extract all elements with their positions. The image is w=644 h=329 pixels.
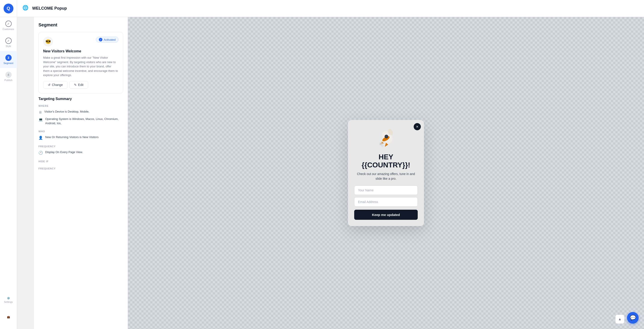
settings-icon: ⚙️ (7, 297, 10, 300)
sidebar-item-publish[interactable]: 4 Publish (0, 68, 17, 85)
popup-headline: HEY {{COUNTRY}}! (354, 153, 418, 169)
popup-subtext: Check out our amazing offers, tune in an… (354, 172, 418, 181)
main-content: Segment 😎 Activated New Visitors Welcome… (34, 17, 644, 329)
segment-description: Make a great first impression with our "… (43, 56, 118, 78)
hide-if-section: Hide if (38, 160, 123, 163)
sidebar-logo: Q (0, 0, 17, 17)
targeting-item-os: 💻 Operating System is Windows, Macos, Li… (38, 117, 123, 126)
segment-step-number: 3 (5, 55, 12, 61)
who-section: WHO 👤 New Or Returning Visitors is New V… (38, 130, 123, 141)
edit-button[interactable]: ✎ Edit (69, 81, 88, 89)
svg-point-6 (385, 135, 388, 138)
sidebar-item-customize[interactable]: ✓ Customize (0, 17, 17, 34)
popup-headline-line1: HEY (354, 153, 418, 161)
popup-headline-line2: {{COUNTRY}}! (354, 161, 418, 169)
globe-icon: 🌐 (22, 5, 30, 12)
frequency-label: FREQUENCY (38, 145, 123, 148)
sidebar-item-label-publish: Publish (4, 79, 12, 82)
sidebar: Q ✓ Customize ✓ Style 3 Segment 4 Publis… (0, 0, 17, 329)
os-icon: 💻 (38, 117, 43, 122)
panel-title: Segment (38, 22, 123, 28)
frequency-section: FREQUENCY 🕐 Display On Every Page View. (38, 145, 123, 156)
where-label: WHERE (38, 105, 123, 107)
sidebar-item-style[interactable]: ✓ Style (0, 34, 17, 51)
left-panel: Segment 😎 Activated New Visitors Welcome… (34, 17, 128, 329)
sidebar-item-label-settings: Settings (4, 300, 13, 303)
name-input[interactable] (354, 186, 418, 195)
rocket-illustration (354, 127, 418, 150)
sidebar-item-label-customize: Customize (3, 28, 14, 31)
where-section: WHERE 🖥 Visitor's Device is Desktop, Mob… (38, 105, 123, 126)
targeting-item-device-text: Visitor's Device is Desktop, Mobile, (44, 109, 90, 114)
targeting-item-os-text: Operating System is Windows, Macos, Linu… (45, 117, 123, 126)
sidebar-bottom: ⚙️ Settings 💼 (0, 291, 17, 325)
page-title: WELCOME Popup (32, 6, 67, 11)
cta-button[interactable]: Keep me updated (354, 210, 418, 220)
targeting-item-frequency-text: Display On Every Page View. (45, 150, 83, 154)
change-button[interactable]: ↺ Change (43, 81, 68, 89)
chat-button[interactable]: 💬 (627, 312, 639, 324)
topbar: 🌐 WELCOME Popup (17, 0, 644, 17)
edit-icon: ✎ (74, 83, 77, 87)
sidebar-item-settings[interactable]: ⚙️ Settings (0, 291, 17, 308)
sidebar-item-label-segment: Segment (3, 62, 13, 65)
targeting-item-device: 🖥 Visitor's Device is Desktop, Mobile, (38, 109, 123, 115)
device-icon: 🖥 (38, 110, 42, 115)
change-label: Change (52, 83, 63, 87)
targeting-item-visitor: 👤 New Or Returning Visitors is New Visit… (38, 135, 123, 141)
scroll-up-icon: ▲ (618, 317, 622, 321)
frequency2-section: FREQUENCY (38, 167, 123, 170)
preview-area: ✕ (128, 17, 644, 329)
who-label: WHO (38, 130, 123, 133)
customize-check-icon: ✓ (5, 21, 12, 27)
svg-point-9 (381, 145, 384, 147)
popup-close-button[interactable]: ✕ (414, 123, 421, 130)
chat-icon: 💬 (630, 315, 636, 321)
hide-if-label: Hide if (38, 160, 123, 163)
segment-actions: ↺ Change ✎ Edit (43, 81, 118, 89)
activated-label: Activated (104, 38, 116, 41)
sidebar-item-segment[interactable]: 3 Segment (0, 51, 17, 68)
clock-icon: 🕐 (38, 150, 43, 156)
sidebar-item-help[interactable]: 💼 (0, 308, 17, 325)
segment-card-icon: 😎 (43, 37, 53, 47)
segment-name: New Visitors Welcome (43, 49, 118, 53)
targeting-summary-title: Targeting Summary (38, 97, 123, 101)
change-icon: ↺ (48, 83, 50, 87)
rocket-svg (372, 127, 399, 150)
targeting-item-visitor-text: New Or Returning Visitors is New Visitor… (45, 135, 98, 139)
activated-badge: Activated (96, 37, 118, 43)
scroll-up-button[interactable]: ▲ (616, 315, 624, 324)
style-check-icon: ✓ (5, 38, 12, 44)
targeting-item-frequency: 🕐 Display On Every Page View. (38, 150, 123, 156)
email-input[interactable] (354, 197, 418, 207)
segment-card: 😎 Activated New Visitors Welcome Make a … (38, 32, 123, 93)
svg-point-8 (378, 144, 380, 147)
sidebar-item-label-style: Style (6, 45, 11, 48)
app-logo[interactable]: Q (4, 4, 14, 14)
segment-card-header: 😎 Activated (43, 37, 118, 47)
frequency2-label: FREQUENCY (38, 167, 123, 170)
help-icon: 💼 (7, 315, 10, 318)
publish-step-number: 4 (5, 72, 12, 78)
visitor-icon: 👤 (38, 135, 43, 141)
close-icon: ✕ (416, 125, 418, 128)
edit-label: Edit (78, 83, 84, 87)
popup-modal: ✕ (348, 120, 424, 226)
